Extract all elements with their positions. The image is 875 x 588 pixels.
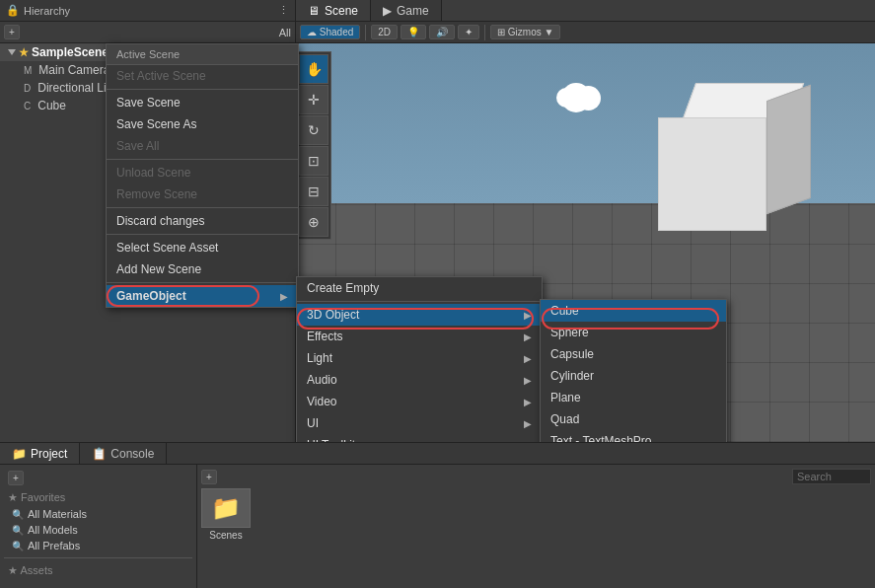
add-button[interactable]: + — [4, 25, 20, 39]
star-icon: ★ — [19, 46, 29, 59]
hierarchy-menu-icon[interactable]: ⋮ — [278, 4, 289, 17]
tab-console[interactable]: 📋 Console — [80, 443, 167, 464]
assets-toolbar: + — [201, 469, 871, 484]
tab-scene[interactable]: 🖥 Scene — [296, 0, 371, 21]
project-icon: 📁 — [12, 447, 27, 461]
expand-icon — [8, 49, 16, 55]
scene-shading-btn[interactable]: ☁ Shaded — [300, 25, 360, 39]
hierarchy-toolbar: + All — [0, 22, 295, 43]
menu-ui-toolkit[interactable]: UI Toolkit ▶ — [297, 434, 542, 442]
menu-3d-object[interactable]: 3D Object ▶ — [297, 304, 542, 326]
menu-textmeshpro[interactable]: Text - TextMeshPro — [541, 430, 726, 442]
bottom-content: + ★ Favorites 🔍 All Materials 🔍 All Mode… — [0, 465, 875, 588]
cube-right — [766, 85, 811, 214]
tool-scale[interactable]: ⊡ — [299, 146, 328, 176]
hierarchy-title: Hierarchy — [24, 5, 70, 17]
scene-gizmos-btn[interactable]: ⊞ Gizmos ▼ — [490, 25, 560, 39]
menu-add-new-scene[interactable]: Add New Scene — [107, 258, 298, 280]
menu-select-scene-asset[interactable]: Select Scene Asset — [107, 237, 298, 258]
add-favorite-btn[interactable]: + — [8, 471, 24, 485]
tools-panel: ✋ ✛ ↻ ⊡ ⊟ ⊕ — [296, 51, 331, 240]
scene-name: SampleScene* — [32, 45, 113, 59]
effects-arrow-icon: ▶ — [524, 331, 532, 342]
assets-section-header: ★ Assets — [4, 562, 192, 579]
bottom-tabs: 📁 Project 📋 Console — [0, 443, 875, 465]
camera-obj-icon: M — [24, 65, 32, 76]
scene-2d-btn[interactable]: 2D — [371, 25, 398, 39]
all-label: All — [279, 27, 291, 38]
search-icon-2: 🔍 — [12, 525, 24, 536]
menu-gameobject[interactable]: GameObject ▶ — [107, 285, 298, 307]
cube-obj-icon: C — [24, 101, 31, 111]
menu-unload-scene[interactable]: Unload Scene — [107, 162, 298, 184]
menu-ui[interactable]: UI ▶ — [297, 412, 542, 434]
hierarchy-header: 🔒 Hierarchy ⋮ — [0, 0, 295, 22]
cube-obj-label: Cube — [37, 99, 66, 112]
assets-grid: 📁 Scenes — [201, 488, 871, 541]
menu-audio[interactable]: Audio ▶ — [297, 369, 542, 391]
menu-sphere[interactable]: Sphere — [541, 322, 726, 343]
tool-transform[interactable]: ⊕ — [299, 207, 328, 237]
favorites-toolbar: + — [4, 469, 192, 487]
camera-obj-label: Main Camera — [38, 63, 109, 77]
menu-plane[interactable]: Plane — [541, 387, 726, 408]
fav-all-materials[interactable]: 🔍 All Materials — [4, 506, 192, 522]
3dobject-arrow-icon: ▶ — [524, 310, 532, 321]
scene-icon: 🖥 — [308, 4, 320, 18]
divider-go-1 — [297, 301, 542, 302]
tab-console-label: Console — [110, 447, 154, 461]
tool-rect[interactable]: ⊟ — [299, 177, 328, 206]
audio-arrow-icon: ▶ — [524, 375, 532, 386]
assets-add-btn[interactable]: + — [201, 470, 217, 484]
fav-divider — [4, 557, 192, 558]
tab-game[interactable]: ▶ Game — [371, 0, 442, 21]
divider-4 — [107, 234, 298, 235]
menu-discard-changes[interactable]: Discard changes — [107, 210, 298, 232]
tool-hand[interactable]: ✋ — [299, 54, 328, 84]
tab-project[interactable]: 📁 Project — [0, 443, 80, 464]
tool-rotate[interactable]: ↻ — [299, 115, 328, 145]
scenes-folder-icon: 📁 — [201, 488, 251, 528]
context-menu-gameobject: Create Empty 3D Object ▶ Effects ▶ Light… — [296, 276, 543, 442]
divider-2 — [107, 159, 298, 160]
menu-save-all[interactable]: Save All — [107, 135, 298, 157]
star-fav-icon: ★ — [8, 491, 18, 503]
search-icon-1: 🔍 — [12, 509, 24, 520]
menu-cube[interactable]: Cube — [541, 300, 726, 322]
favorites-panel: + ★ Favorites 🔍 All Materials 🔍 All Mode… — [0, 465, 197, 588]
favorites-header: ★ Favorites — [4, 489, 192, 506]
menu-light[interactable]: Light ▶ — [297, 347, 542, 369]
divider-5 — [107, 282, 298, 283]
fav-all-prefabs[interactable]: 🔍 All Prefabs — [4, 538, 192, 553]
sep1 — [365, 25, 366, 40]
fav-all-models[interactable]: 🔍 All Models — [4, 522, 192, 538]
gameobject-arrow-icon: ▶ — [280, 291, 288, 302]
game-icon: ▶ — [383, 4, 392, 18]
tool-move[interactable]: ✛ — [299, 85, 328, 114]
menu-set-active-scene[interactable]: Set Active Scene — [107, 65, 298, 87]
sep2 — [484, 25, 485, 40]
ui-arrow-icon: ▶ — [524, 418, 532, 429]
menu-create-empty[interactable]: Create Empty — [297, 277, 542, 299]
search-icon-3: 🔍 — [12, 541, 24, 551]
menu-capsule[interactable]: Capsule — [541, 343, 726, 365]
menu-cylinder[interactable]: Cylinder — [541, 365, 726, 387]
menu-remove-scene[interactable]: Remove Scene — [107, 184, 298, 205]
assets-search-input[interactable] — [792, 469, 871, 484]
menu-save-scene[interactable]: Save Scene — [107, 92, 298, 113]
context-menu-scene: Active Scene Set Active Scene Save Scene… — [106, 43, 299, 308]
uitoolkit-arrow-icon: ▶ — [524, 440, 532, 443]
menu-effects[interactable]: Effects ▶ — [297, 326, 542, 347]
bottom-panel: 📁 Project 📋 Console + ★ Favorites — [0, 442, 875, 588]
assets-panel: + 📁 Scenes — [197, 465, 875, 588]
star-assets-icon: ★ — [8, 564, 18, 576]
scene-fx-btn[interactable]: ✦ — [458, 25, 479, 39]
video-arrow-icon: ▶ — [524, 397, 532, 407]
menu-save-scene-as[interactable]: Save Scene As — [107, 113, 298, 135]
scene-light-btn[interactable]: 💡 — [401, 25, 426, 39]
divider-3 — [107, 207, 298, 208]
asset-scenes-folder[interactable]: 📁 Scenes — [201, 488, 251, 541]
menu-video[interactable]: Video ▶ — [297, 391, 542, 412]
menu-quad[interactable]: Quad — [541, 408, 726, 430]
scene-audio-btn[interactable]: 🔊 — [429, 25, 455, 39]
